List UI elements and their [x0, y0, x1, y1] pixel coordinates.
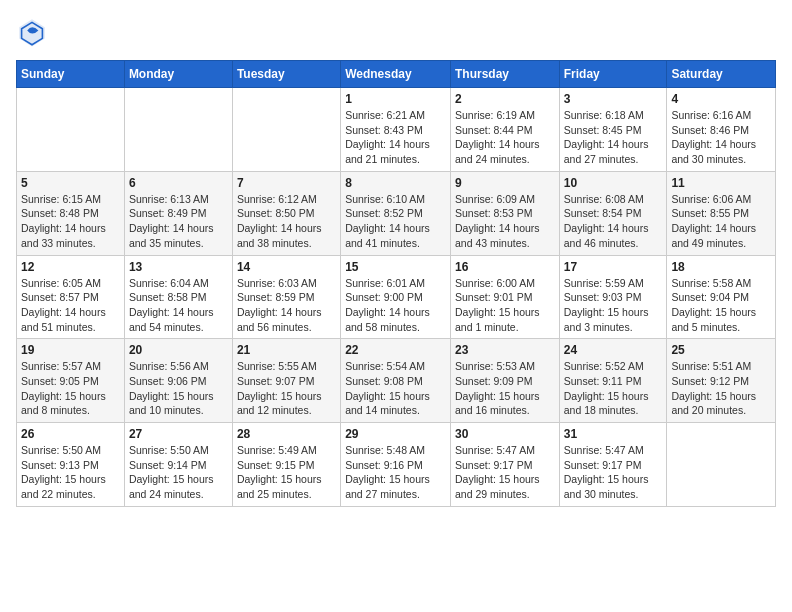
day-cell: 14Sunrise: 6:03 AM Sunset: 8:59 PM Dayli… [232, 255, 340, 339]
page-header [16, 16, 776, 48]
day-number: 7 [237, 176, 336, 190]
week-row-1: 5Sunrise: 6:15 AM Sunset: 8:48 PM Daylig… [17, 171, 776, 255]
header-row: SundayMondayTuesdayWednesdayThursdayFrid… [17, 61, 776, 88]
day-info: Sunrise: 6:04 AM Sunset: 8:58 PM Dayligh… [129, 276, 228, 335]
day-info: Sunrise: 5:52 AM Sunset: 9:11 PM Dayligh… [564, 359, 663, 418]
day-cell: 23Sunrise: 5:53 AM Sunset: 9:09 PM Dayli… [450, 339, 559, 423]
week-row-4: 26Sunrise: 5:50 AM Sunset: 9:13 PM Dayli… [17, 423, 776, 507]
day-cell: 22Sunrise: 5:54 AM Sunset: 9:08 PM Dayli… [341, 339, 451, 423]
day-number: 1 [345, 92, 446, 106]
day-info: Sunrise: 6:05 AM Sunset: 8:57 PM Dayligh… [21, 276, 120, 335]
day-cell: 12Sunrise: 6:05 AM Sunset: 8:57 PM Dayli… [17, 255, 125, 339]
day-number: 12 [21, 260, 120, 274]
day-info: Sunrise: 5:49 AM Sunset: 9:15 PM Dayligh… [237, 443, 336, 502]
calendar-header: SundayMondayTuesdayWednesdayThursdayFrid… [17, 61, 776, 88]
day-cell [667, 423, 776, 507]
day-info: Sunrise: 6:15 AM Sunset: 8:48 PM Dayligh… [21, 192, 120, 251]
day-cell: 5Sunrise: 6:15 AM Sunset: 8:48 PM Daylig… [17, 171, 125, 255]
day-cell: 10Sunrise: 6:08 AM Sunset: 8:54 PM Dayli… [559, 171, 667, 255]
day-cell: 6Sunrise: 6:13 AM Sunset: 8:49 PM Daylig… [124, 171, 232, 255]
day-number: 31 [564, 427, 663, 441]
day-number: 13 [129, 260, 228, 274]
day-info: Sunrise: 6:06 AM Sunset: 8:55 PM Dayligh… [671, 192, 771, 251]
day-cell: 26Sunrise: 5:50 AM Sunset: 9:13 PM Dayli… [17, 423, 125, 507]
day-info: Sunrise: 6:21 AM Sunset: 8:43 PM Dayligh… [345, 108, 446, 167]
day-info: Sunrise: 6:00 AM Sunset: 9:01 PM Dayligh… [455, 276, 555, 335]
day-cell: 21Sunrise: 5:55 AM Sunset: 9:07 PM Dayli… [232, 339, 340, 423]
day-number: 6 [129, 176, 228, 190]
day-number: 15 [345, 260, 446, 274]
day-number: 3 [564, 92, 663, 106]
day-cell: 13Sunrise: 6:04 AM Sunset: 8:58 PM Dayli… [124, 255, 232, 339]
header-cell-wednesday: Wednesday [341, 61, 451, 88]
calendar-body: 1Sunrise: 6:21 AM Sunset: 8:43 PM Daylig… [17, 88, 776, 507]
day-cell: 8Sunrise: 6:10 AM Sunset: 8:52 PM Daylig… [341, 171, 451, 255]
day-info: Sunrise: 5:58 AM Sunset: 9:04 PM Dayligh… [671, 276, 771, 335]
day-cell [17, 88, 125, 172]
day-info: Sunrise: 5:57 AM Sunset: 9:05 PM Dayligh… [21, 359, 120, 418]
day-cell: 4Sunrise: 6:16 AM Sunset: 8:46 PM Daylig… [667, 88, 776, 172]
day-cell: 9Sunrise: 6:09 AM Sunset: 8:53 PM Daylig… [450, 171, 559, 255]
day-number: 17 [564, 260, 663, 274]
header-cell-thursday: Thursday [450, 61, 559, 88]
day-cell: 11Sunrise: 6:06 AM Sunset: 8:55 PM Dayli… [667, 171, 776, 255]
day-number: 20 [129, 343, 228, 357]
day-info: Sunrise: 5:50 AM Sunset: 9:14 PM Dayligh… [129, 443, 228, 502]
day-info: Sunrise: 5:59 AM Sunset: 9:03 PM Dayligh… [564, 276, 663, 335]
logo [16, 16, 52, 48]
day-info: Sunrise: 5:50 AM Sunset: 9:13 PM Dayligh… [21, 443, 120, 502]
day-info: Sunrise: 5:54 AM Sunset: 9:08 PM Dayligh… [345, 359, 446, 418]
day-info: Sunrise: 6:09 AM Sunset: 8:53 PM Dayligh… [455, 192, 555, 251]
day-cell: 2Sunrise: 6:19 AM Sunset: 8:44 PM Daylig… [450, 88, 559, 172]
calendar-table: SundayMondayTuesdayWednesdayThursdayFrid… [16, 60, 776, 507]
week-row-3: 19Sunrise: 5:57 AM Sunset: 9:05 PM Dayli… [17, 339, 776, 423]
day-cell: 1Sunrise: 6:21 AM Sunset: 8:43 PM Daylig… [341, 88, 451, 172]
day-cell [124, 88, 232, 172]
day-info: Sunrise: 5:48 AM Sunset: 9:16 PM Dayligh… [345, 443, 446, 502]
day-number: 19 [21, 343, 120, 357]
day-info: Sunrise: 5:47 AM Sunset: 9:17 PM Dayligh… [455, 443, 555, 502]
day-cell: 3Sunrise: 6:18 AM Sunset: 8:45 PM Daylig… [559, 88, 667, 172]
header-cell-friday: Friday [559, 61, 667, 88]
day-cell [232, 88, 340, 172]
day-cell: 16Sunrise: 6:00 AM Sunset: 9:01 PM Dayli… [450, 255, 559, 339]
day-number: 29 [345, 427, 446, 441]
day-number: 22 [345, 343, 446, 357]
day-cell: 24Sunrise: 5:52 AM Sunset: 9:11 PM Dayli… [559, 339, 667, 423]
day-cell: 29Sunrise: 5:48 AM Sunset: 9:16 PM Dayli… [341, 423, 451, 507]
day-info: Sunrise: 6:12 AM Sunset: 8:50 PM Dayligh… [237, 192, 336, 251]
day-info: Sunrise: 6:19 AM Sunset: 8:44 PM Dayligh… [455, 108, 555, 167]
day-info: Sunrise: 6:13 AM Sunset: 8:49 PM Dayligh… [129, 192, 228, 251]
day-cell: 15Sunrise: 6:01 AM Sunset: 9:00 PM Dayli… [341, 255, 451, 339]
week-row-2: 12Sunrise: 6:05 AM Sunset: 8:57 PM Dayli… [17, 255, 776, 339]
day-number: 4 [671, 92, 771, 106]
day-number: 8 [345, 176, 446, 190]
day-number: 10 [564, 176, 663, 190]
day-number: 24 [564, 343, 663, 357]
header-cell-saturday: Saturday [667, 61, 776, 88]
day-info: Sunrise: 6:01 AM Sunset: 9:00 PM Dayligh… [345, 276, 446, 335]
logo-icon [16, 16, 48, 48]
day-cell: 30Sunrise: 5:47 AM Sunset: 9:17 PM Dayli… [450, 423, 559, 507]
day-number: 9 [455, 176, 555, 190]
day-info: Sunrise: 6:08 AM Sunset: 8:54 PM Dayligh… [564, 192, 663, 251]
day-info: Sunrise: 6:03 AM Sunset: 8:59 PM Dayligh… [237, 276, 336, 335]
day-info: Sunrise: 5:55 AM Sunset: 9:07 PM Dayligh… [237, 359, 336, 418]
day-number: 30 [455, 427, 555, 441]
day-number: 11 [671, 176, 771, 190]
day-number: 28 [237, 427, 336, 441]
day-number: 16 [455, 260, 555, 274]
day-info: Sunrise: 6:18 AM Sunset: 8:45 PM Dayligh… [564, 108, 663, 167]
day-info: Sunrise: 5:53 AM Sunset: 9:09 PM Dayligh… [455, 359, 555, 418]
day-number: 5 [21, 176, 120, 190]
day-cell: 27Sunrise: 5:50 AM Sunset: 9:14 PM Dayli… [124, 423, 232, 507]
day-cell: 17Sunrise: 5:59 AM Sunset: 9:03 PM Dayli… [559, 255, 667, 339]
day-number: 14 [237, 260, 336, 274]
day-info: Sunrise: 5:51 AM Sunset: 9:12 PM Dayligh… [671, 359, 771, 418]
day-number: 25 [671, 343, 771, 357]
day-info: Sunrise: 5:47 AM Sunset: 9:17 PM Dayligh… [564, 443, 663, 502]
day-cell: 25Sunrise: 5:51 AM Sunset: 9:12 PM Dayli… [667, 339, 776, 423]
header-cell-sunday: Sunday [17, 61, 125, 88]
day-info: Sunrise: 6:16 AM Sunset: 8:46 PM Dayligh… [671, 108, 771, 167]
header-cell-monday: Monday [124, 61, 232, 88]
